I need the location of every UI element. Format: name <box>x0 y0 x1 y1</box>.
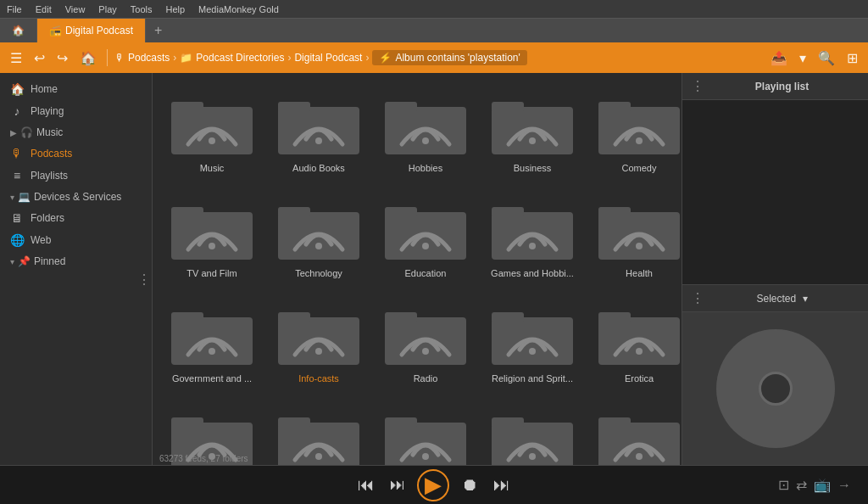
sidebar-more-button[interactable]: ⋮ <box>137 272 151 288</box>
tab-bar: 🏠 📻 Digital Podcast + <box>0 19 868 42</box>
tab-default[interactable]: 🏠 <box>0 19 37 42</box>
folder-icon <box>597 300 682 368</box>
folder-item[interactable]: Audio Books <box>270 83 368 180</box>
svg-rect-1 <box>171 102 203 112</box>
sidebar-item-music[interactable]: ▶ 🎧 Music <box>0 122 152 143</box>
repeat-button[interactable]: ⊡ <box>778 477 789 493</box>
sidebar-playlists-label: Playlists <box>31 170 68 182</box>
svg-point-35 <box>315 348 322 355</box>
svg-point-59 <box>636 453 643 460</box>
folder-item[interactable] <box>590 399 682 465</box>
podcasts-icon: 🎙 <box>10 147 24 160</box>
folder-item[interactable]: TV and Film <box>163 188 261 285</box>
menu-help[interactable]: Help <box>165 4 185 14</box>
sidebar-item-podcasts[interactable]: 🎙 Podcasts <box>0 143 152 165</box>
bottom-bar: ⏮ ⏭ ▶ ⏺ ⏭ ⊡ ⇄ 📺 → <box>0 465 868 504</box>
tab-digital-podcast[interactable]: 📻 Digital Podcast <box>37 19 146 42</box>
folder-label: Health <box>626 268 653 278</box>
folder-item[interactable]: Government and ... <box>163 294 261 390</box>
folder-item[interactable]: Comedy <box>590 83 682 180</box>
toolbar-redo-button[interactable]: ↪ <box>53 48 71 68</box>
sidebar-playing-label: Playing <box>31 105 64 117</box>
toolbar-dropdown-button[interactable]: ▾ <box>796 48 810 68</box>
music-expand-icon: ▶ <box>10 128 17 137</box>
svg-point-26 <box>529 243 536 249</box>
toolbar-undo-button[interactable]: ↩ <box>31 48 48 68</box>
svg-rect-49 <box>278 417 310 428</box>
tab-add-button[interactable]: + <box>146 23 170 38</box>
svg-point-17 <box>209 243 215 249</box>
prev-button[interactable]: ⏮ <box>354 472 378 498</box>
selected-more[interactable]: ⋮ <box>691 290 704 306</box>
sidebar-web-label: Web <box>31 234 51 246</box>
sidebar-item-pinned[interactable]: ▾ 📌 Pinned <box>0 251 152 272</box>
folder-item[interactable]: Business <box>483 83 581 180</box>
folder-item[interactable]: Music <box>163 83 261 180</box>
playing-list-more[interactable]: ⋮ <box>691 78 704 94</box>
menu-view[interactable]: View <box>65 4 86 14</box>
toolbar-export-button[interactable]: 📤 <box>767 48 791 68</box>
folder-label: Religion and Sprit... <box>492 373 573 384</box>
svg-rect-37 <box>385 312 417 322</box>
folder-item[interactable] <box>483 399 581 465</box>
sidebar: 🏠 Home ♪ Playing ▶ 🎧 Music 🎙 Podcasts ≡ … <box>0 73 153 465</box>
pinned-expand-icon: ▾ <box>10 257 14 266</box>
bc-sep-3: › <box>365 52 369 64</box>
next-button[interactable]: ⏭ <box>490 472 514 498</box>
play-button[interactable]: ▶ <box>417 469 449 501</box>
toolbar-search-button[interactable]: 🔍 <box>815 48 838 68</box>
shuffle-button[interactable]: ⇄ <box>796 477 807 493</box>
cast-button[interactable]: 📺 <box>814 477 831 493</box>
bc-digital-podcast[interactable]: Digital Podcast <box>294 52 362 64</box>
svg-point-8 <box>422 137 429 144</box>
sidebar-item-folders[interactable]: 🖥 Folders <box>0 207 152 229</box>
filter-text: Album contains 'playstation' <box>395 52 520 64</box>
folder-item[interactable] <box>270 399 368 465</box>
menu-file[interactable]: File <box>7 4 22 14</box>
sidebar-music-label: Music <box>36 126 63 138</box>
toolbar-columns-button[interactable]: ⊞ <box>843 48 861 68</box>
queue-button[interactable]: → <box>837 478 851 493</box>
bc-directories[interactable]: Podcast Directories <box>196 52 284 64</box>
folder-item[interactable]: Technology <box>270 188 368 285</box>
folder-icon <box>276 406 361 465</box>
svg-point-23 <box>422 243 429 249</box>
folder-item[interactable]: Games and Hobbi... <box>483 188 581 285</box>
folder-item[interactable]: Education <box>376 188 475 285</box>
toolbar-home-button[interactable]: 🏠 <box>76 48 100 68</box>
svg-rect-19 <box>278 207 310 217</box>
folder-item[interactable]: Info-casts <box>270 294 368 390</box>
sidebar-item-web[interactable]: 🌐 Web <box>0 229 152 251</box>
sidebar-item-playlists[interactable]: ≡ Playlists <box>0 165 152 187</box>
devices-icon: 💻 <box>18 191 31 203</box>
folder-item[interactable]: Hobbies <box>376 83 475 180</box>
folder-item[interactable]: Radio <box>376 294 475 390</box>
folder-item[interactable]: Health <box>590 188 682 285</box>
rewind-button[interactable]: ⏭ <box>387 473 409 497</box>
menu-edit[interactable]: Edit <box>36 4 52 14</box>
home-icon: 🏠 <box>10 82 24 96</box>
selected-content <box>682 312 868 465</box>
sidebar-item-home[interactable]: 🏠 Home <box>0 78 152 100</box>
bc-podcasts[interactable]: Podcasts <box>128 52 170 64</box>
sidebar-item-playing[interactable]: ♪ Playing <box>0 100 152 122</box>
folder-icon <box>597 195 682 263</box>
stop-button[interactable]: ⏺ <box>458 472 481 498</box>
sidebar-item-devices[interactable]: ▾ 💻 Devices & Services <box>0 187 152 207</box>
svg-rect-16 <box>171 207 203 217</box>
menu-mediamonkey[interactable]: MediaMonkey Gold <box>198 4 279 14</box>
svg-point-50 <box>315 453 322 460</box>
sidebar-devices-label: Devices & Services <box>34 191 121 203</box>
toolbar-menu-button[interactable]: ☰ <box>7 48 25 68</box>
folder-icon <box>597 90 682 158</box>
svg-rect-31 <box>171 312 203 322</box>
folder-item[interactable]: Erotica <box>590 294 682 390</box>
menu-play[interactable]: Play <box>98 4 116 14</box>
svg-point-38 <box>422 348 429 355</box>
menu-tools[interactable]: Tools <box>131 4 153 14</box>
folders-icon: 🖥 <box>10 211 24 225</box>
folder-icon <box>490 406 575 465</box>
folder-item[interactable]: Religion and Sprit... <box>483 294 581 390</box>
folder-item[interactable] <box>376 399 475 465</box>
bc-sep-1: › <box>173 52 176 64</box>
